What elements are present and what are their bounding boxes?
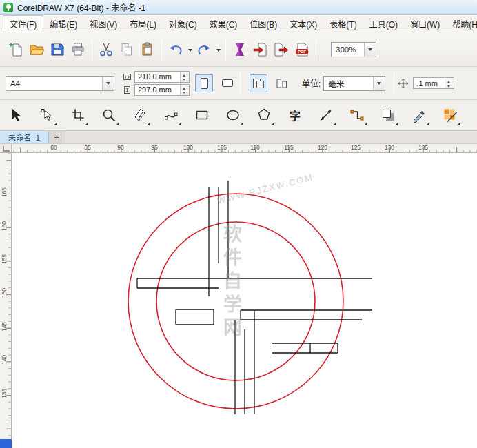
propbar-separator [394,72,394,94]
pdf-icon: PDF [293,41,311,58]
interactive-fill-tool[interactable] [438,103,462,128]
vertical-ruler[interactable]: 165 160 155 150 145 140 135 [0,153,12,448]
toolbar-separator [316,39,316,61]
shape-node-icon [39,108,54,123]
page-size-value: A4 [6,79,102,88]
portrait-button[interactable] [195,74,213,92]
zoom-tool[interactable] [97,103,121,128]
toolbar-separator [161,39,162,61]
v-ruler-number: 140 [1,353,8,367]
print-button[interactable] [68,37,88,62]
eyedropper-tool[interactable] [407,103,431,128]
h-ruler-number: 115 [284,144,294,151]
page-dimensions-group: 210.0 mm 297.0 mm [123,71,190,96]
page-width-spinner[interactable] [180,72,189,82]
window-title: CorelDRAW X7 (64-Bit) - 未命名 -1 [17,1,145,13]
pick-tool[interactable] [4,103,28,128]
menu-item-text[interactable]: 文本(X) [283,16,323,32]
dimension-tool[interactable] [314,103,338,128]
nudge-offset-field[interactable]: .1 mm [413,77,454,89]
open-folder-icon [28,41,45,58]
polygon-tool[interactable] [252,103,276,128]
undo-dropdown[interactable] [186,37,194,62]
all-pages-icon [252,77,265,90]
import-button[interactable] [250,37,271,62]
menu-item-object[interactable]: 对象(C) [163,16,203,32]
bezier-tool[interactable] [159,103,183,128]
export-button[interactable] [271,37,292,62]
current-page-button[interactable] [273,74,291,92]
cut-button[interactable] [96,37,116,62]
landscape-button[interactable] [219,74,236,92]
freehand-pen-tool[interactable] [128,103,152,128]
redo-dropdown[interactable] [214,37,222,62]
redo-icon [196,41,212,58]
paste-button[interactable] [137,37,158,62]
publish-pdf-button[interactable]: PDF [292,37,312,62]
units-dropdown-arrow[interactable] [373,77,385,90]
page-height-field[interactable]: 297.0 mm [134,84,190,96]
horizontal-ruler[interactable]: 80 85 90 95 100 105 110 115 120 125 130 … [12,144,477,153]
zoom-level-combobox[interactable]: 300% [331,42,376,57]
save-button[interactable] [47,37,68,62]
ellipse-tool[interactable] [221,103,245,128]
nudge-offset-value: .1 mm [414,79,445,88]
export-icon [273,41,290,58]
menu-item-effects[interactable]: 效果(C) [203,16,244,32]
v-ruler-number: 155 [1,252,8,266]
undo-button[interactable] [165,37,186,62]
copy-icon [119,41,135,58]
rectangle-tool[interactable] [190,103,214,128]
nudge-spinner[interactable] [445,78,454,88]
menu-item-edit[interactable]: 编辑(E) [43,16,83,32]
crop-tool[interactable] [66,103,90,128]
menu-item-view[interactable]: 视图(V) [83,16,123,32]
menu-item-tools[interactable]: 工具(O) [363,16,404,32]
units-combobox[interactable]: 毫米 [323,76,385,91]
undo-icon [168,41,184,58]
all-pages-button[interactable] [250,74,267,92]
pen-nib-icon [132,108,148,123]
shape-tool[interactable] [35,103,59,128]
nudge-offset-icon [398,78,409,89]
new-tab-button[interactable]: + [49,131,65,143]
v-ruler-number: 145 [1,320,8,334]
text-tool[interactable]: 字 [283,103,307,128]
portrait-icon [201,78,208,89]
menu-item-layout[interactable]: 布局(L) [123,16,163,32]
bottom-left-blue-badge[interactable] [0,439,12,448]
ruler-origin-corner[interactable] [0,144,12,153]
copy-button[interactable] [116,37,137,62]
menu-item-table[interactable]: 表格(T) [323,16,363,32]
document-tab-active[interactable]: 未命名 -1 [0,131,49,143]
page-height-icon [123,85,132,94]
new-document-button[interactable] [6,37,26,62]
eyedropper-icon [412,108,427,123]
page-size-combobox[interactable]: A4 [6,76,114,91]
redo-button[interactable] [194,37,214,62]
ellipse-icon [225,108,241,123]
menu-item-window[interactable]: 窗口(W) [404,16,446,32]
drawing-canvas[interactable]: WWW.RJZXW.COM 软件自学网 [12,153,477,448]
dimension-icon [318,108,334,123]
landscape-icon [222,79,233,87]
menu-item-file[interactable]: 文件(F) [3,15,43,32]
menu-item-bitmaps[interactable]: 位图(B) [243,16,283,32]
open-button[interactable] [26,37,47,62]
pick-cursor-icon [8,108,23,123]
page-size-dropdown-arrow[interactable] [102,77,114,90]
app-launcher-button[interactable] [230,37,250,62]
coreldraw-window: CorelDRAW X7 (64-Bit) - 未命名 -1 文件(F) 编辑(… [0,0,477,448]
toolbox: 字 [0,100,477,131]
connector-icon [349,108,365,123]
page-width-field[interactable]: 210.0 mm [134,71,190,83]
rectangle-icon [194,108,210,123]
document-tab-label: 未命名 -1 [8,132,40,143]
cut-scissors-icon [98,41,114,58]
drop-shadow-tool[interactable] [376,103,400,128]
connector-tool[interactable] [345,103,369,128]
menu-item-help[interactable]: 帮助(H) [446,16,477,32]
page-height-spinner[interactable] [180,85,189,95]
zoom-dropdown-arrow[interactable] [364,43,376,57]
pdf-label: PDF [298,49,306,53]
